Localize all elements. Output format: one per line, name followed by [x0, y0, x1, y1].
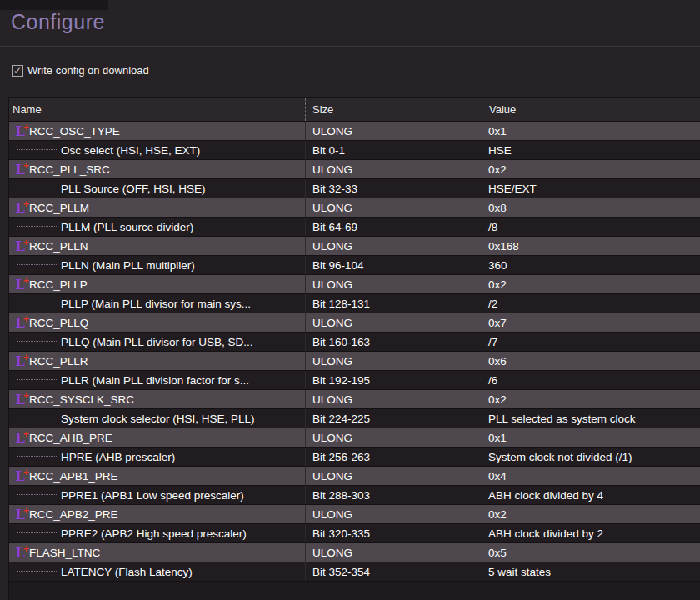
row-name: HPRE (AHB prescaler)	[61, 451, 175, 463]
plus-badge-icon: +	[23, 543, 29, 558]
table-row[interactable]: L+ RCC_PLLQ ULONG 0x7	[9, 313, 700, 332]
row-name: RCC_APB1_PRE	[29, 470, 118, 482]
size-cell: Bit 256-263	[305, 448, 482, 466]
tree-elbow-icon	[17, 179, 57, 188]
size-cell: ULONG	[305, 198, 482, 217]
value-cell: 0x2	[482, 390, 700, 408]
table-row[interactable]: L+ RCC_PLLR ULONG 0x6	[9, 352, 700, 371]
table-row[interactable]: PLLM (PLL source divider) Bit 64-69 /8	[9, 218, 700, 237]
name-cell: PLLQ (Main PLL divisor for USB, SD...	[9, 332, 305, 351]
tree-elbow-icon	[17, 332, 57, 342]
value-cell: /8	[482, 218, 700, 236]
row-name: RCC_PLLP	[29, 278, 88, 291]
size-cell: ULONG	[305, 122, 482, 140]
table-row[interactable]: PLLP (Main PLL divisor for main sys... B…	[9, 294, 700, 313]
ulong-type-icon: L+	[12, 199, 28, 216]
value-cell: 0x1	[482, 428, 700, 447]
row-name: RCC_PLLM	[29, 202, 89, 214]
row-name: PLLR (Main PLL division factor for s...	[61, 374, 249, 387]
row-name: LATENCY (Flash Latency)	[61, 566, 192, 578]
row-name: PLL Source (OFF, HSI, HSE)	[61, 182, 206, 195]
table-row[interactable]: System clock selector (HSI, HSE, PLL) Bi…	[9, 409, 700, 428]
row-name: RCC_PLL_SRC	[29, 163, 110, 176]
name-cell: PLLM (PLL source divider)	[9, 218, 305, 236]
value-cell: /7	[482, 332, 700, 351]
name-cell: PPRE2 (APB2 High speed prescaler)	[9, 524, 305, 542]
column-header-name[interactable]: Name	[9, 98, 305, 121]
table-row[interactable]: L+ RCC_PLL_SRC ULONG 0x2	[9, 160, 700, 179]
table-row[interactable]: HPRE (AHB prescaler) Bit 256-263 System …	[9, 448, 700, 467]
size-cell: Bit 64-69	[305, 218, 482, 236]
size-cell: Bit 320-335	[305, 524, 482, 542]
value-cell: 0x2	[482, 505, 700, 523]
size-cell: ULONG	[305, 237, 482, 255]
table-row[interactable]: L+ RCC_OSC_TYPE ULONG 0x1	[9, 122, 700, 141]
name-cell: L+ FLASH_LTNC	[9, 543, 305, 562]
name-cell: PLLN (Main PLL multiplier)	[9, 256, 305, 274]
name-cell: LATENCY (Flash Latency)	[9, 562, 305, 581]
table-row[interactable]: L+ RCC_APB2_PRE ULONG 0x2	[9, 505, 700, 524]
row-name: PLLQ (Main PLL divisor for USB, SD...	[61, 336, 253, 348]
size-cell: Bit 192-195	[305, 371, 482, 389]
table-row[interactable]: L+ RCC_AHB_PRE ULONG 0x1	[9, 428, 700, 448]
size-cell: ULONG	[305, 467, 482, 485]
plus-badge-icon: +	[23, 390, 29, 404]
row-name: PLLN (Main PLL multiplier)	[61, 259, 195, 272]
value-cell: 0x4	[482, 467, 700, 485]
column-header-value[interactable]: Value	[482, 98, 700, 121]
row-name: RCC_PLLN	[29, 240, 88, 252]
row-name: PLLM (PLL source divider)	[61, 221, 193, 233]
ulong-type-icon: L+	[12, 544, 28, 561]
row-name: RCC_PLLQ	[29, 317, 88, 329]
tree-elbow-icon	[17, 409, 57, 418]
ulong-type-icon: L+	[12, 391, 28, 408]
plus-badge-icon: +	[23, 275, 29, 289]
size-cell: ULONG	[305, 160, 482, 178]
table-row[interactable]: L+ RCC_SYSCLK_SRC ULONG 0x2	[9, 390, 700, 409]
value-cell: 0x1	[482, 122, 700, 140]
ulong-type-icon: L+	[12, 161, 28, 178]
column-header-size[interactable]: Size	[305, 98, 482, 121]
row-name: RCC_SYSCLK_SRC	[29, 393, 134, 406]
config-table: Name Size Value L+ RCC_OSC_TYPE ULONG 0x…	[8, 98, 700, 600]
name-cell: L+ RCC_PLLN	[9, 237, 305, 255]
size-cell: Bit 160-163	[305, 332, 482, 351]
name-cell: L+ RCC_PLLM	[9, 198, 305, 217]
value-cell: HSE/EXT	[482, 179, 700, 198]
table-row[interactable]: L+ RCC_PLLN ULONG 0x168	[9, 237, 700, 256]
value-cell: ABH clock divided by 4	[482, 486, 700, 504]
name-cell: L+ RCC_APB2_PRE	[9, 505, 305, 523]
ulong-type-icon: L+	[12, 429, 28, 446]
table-row[interactable]: L+ RCC_APB1_PRE ULONG 0x4	[9, 467, 700, 486]
table-row[interactable]: PLLR (Main PLL division factor for s... …	[9, 371, 700, 390]
plus-badge-icon: +	[23, 352, 29, 366]
row-name: PPRE1 (APB1 Low speed prescaler)	[61, 489, 244, 502]
table-row[interactable]: PLLN (Main PLL multiplier) Bit 96-104 36…	[9, 256, 700, 275]
tree-elbow-icon	[17, 218, 57, 227]
size-cell: ULONG	[305, 543, 482, 562]
value-cell: 0x8	[482, 198, 700, 217]
row-name: RCC_OSC_TYPE	[29, 125, 120, 138]
ulong-type-icon: L+	[12, 314, 28, 331]
row-name: System clock selector (HSI, HSE, PLL)	[61, 412, 255, 425]
table-row[interactable]: Osc select (HSI, HSE, EXT) Bit 0-1 HSE	[9, 141, 700, 160]
name-cell: HPRE (AHB prescaler)	[9, 448, 305, 466]
table-row[interactable]: PPRE2 (APB2 High speed prescaler) Bit 32…	[9, 524, 700, 543]
checkbox-checked-icon[interactable]: ✓	[12, 65, 23, 77]
table-row[interactable]: L+ FLASH_LTNC ULONG 0x5	[9, 543, 700, 562]
size-cell: Bit 352-354	[305, 562, 482, 581]
table-row[interactable]: PLLQ (Main PLL divisor for USB, SD... Bi…	[9, 332, 700, 352]
tree-elbow-icon	[17, 448, 57, 457]
plus-badge-icon: +	[23, 237, 29, 251]
page-title: Configure	[11, 10, 105, 34]
size-cell: Bit 0-1	[305, 141, 482, 159]
tree-elbow-icon	[17, 371, 57, 380]
table-row[interactable]: L+ RCC_PLLM ULONG 0x8	[9, 198, 700, 218]
ulong-type-icon: L+	[12, 238, 28, 254]
table-row[interactable]: PPRE1 (APB1 Low speed prescaler) Bit 288…	[9, 486, 700, 505]
plus-badge-icon: +	[23, 198, 29, 212]
write-config-checkbox-row[interactable]: ✓ Write config on download	[12, 64, 149, 77]
table-row[interactable]: L+ RCC_PLLP ULONG 0x2	[9, 275, 700, 294]
table-row[interactable]: LATENCY (Flash Latency) Bit 352-354 5 wa…	[9, 562, 700, 582]
table-row[interactable]: PLL Source (OFF, HSI, HSE) Bit 32-33 HSE…	[9, 179, 700, 198]
